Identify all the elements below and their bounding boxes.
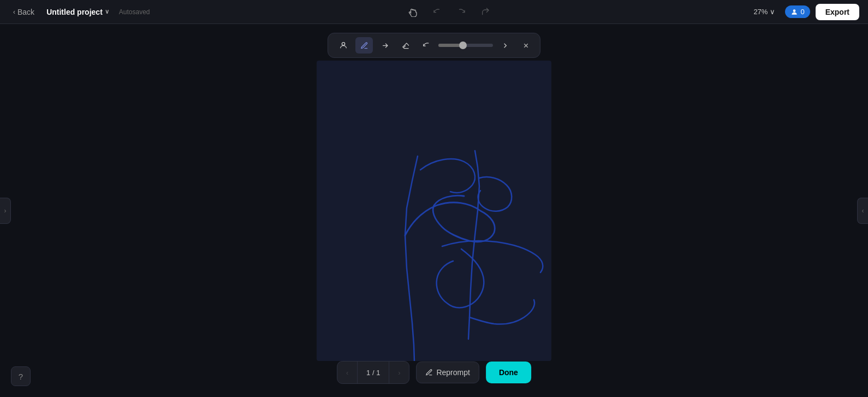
topbar: ‹ Back Untitled project ∨ Autosaved <box>0 0 868 24</box>
back-label: Back <box>17 8 34 16</box>
page-navigation: ‹ 1 / 1 › <box>337 361 409 384</box>
users-icon <box>790 8 798 16</box>
add-signer-button[interactable] <box>335 37 352 54</box>
title-dropdown-icon: ∨ <box>105 8 109 15</box>
page-indicator: 1 / 1 <box>357 362 389 383</box>
export-button[interactable]: Export <box>816 4 859 20</box>
project-title-text: Untitled project <box>46 8 103 16</box>
reprompt-label: Reprompt <box>436 368 469 377</box>
prev-page-icon: ‹ <box>346 369 348 377</box>
signature-svg <box>317 61 551 361</box>
document-canvas[interactable] <box>317 61 551 361</box>
topbar-right: 27% ∨ 0 Export <box>749 4 859 20</box>
zoom-value: 27% <box>753 8 768 16</box>
right-chevron-icon: ‹ <box>862 207 864 215</box>
users-count: 0 <box>800 8 804 16</box>
annotate-undo-button[interactable] <box>418 37 435 54</box>
close-toolbar-button[interactable] <box>518 38 533 53</box>
pan-icon <box>408 7 418 17</box>
done-button[interactable]: Done <box>486 362 531 383</box>
reprompt-button[interactable]: Reprompt <box>416 362 479 383</box>
stroke-slider-fill <box>438 44 460 47</box>
reprompt-icon <box>425 369 433 376</box>
stroke-width-slider-container <box>438 44 493 47</box>
stroke-width-slider[interactable] <box>438 44 493 47</box>
color-arrow-icon <box>501 42 509 50</box>
redo2-icon <box>481 8 490 16</box>
redo-icon <box>457 8 466 16</box>
annotation-toolbar <box>328 33 540 58</box>
prev-page-button[interactable]: ‹ <box>337 362 357 383</box>
bottom-bar: ‹ 1 / 1 › Reprompt Done <box>337 361 531 384</box>
stroke-color-button[interactable] <box>496 37 514 54</box>
stroke-slider-thumb <box>459 42 467 49</box>
next-page-icon: › <box>398 369 400 377</box>
person-icon <box>339 41 348 50</box>
canvas-area: › <box>0 24 868 397</box>
redo2-button[interactable] <box>477 3 494 21</box>
help-icon: ? <box>19 372 23 381</box>
svg-point-0 <box>793 9 796 12</box>
topbar-left: ‹ Back Untitled project ∨ Autosaved <box>9 5 150 19</box>
help-button[interactable]: ? <box>11 366 31 386</box>
eraser-icon <box>402 42 410 50</box>
zoom-selector[interactable]: 27% ∨ <box>749 5 780 18</box>
close-icon <box>522 42 530 49</box>
back-button[interactable]: ‹ Back <box>9 5 39 19</box>
redo-button[interactable] <box>453 3 470 21</box>
right-panel-toggle[interactable]: ‹ <box>857 198 868 224</box>
eraser-tool-button[interactable] <box>397 37 414 54</box>
arrow-icon <box>381 42 389 50</box>
left-panel-toggle[interactable]: › <box>0 198 11 224</box>
project-title-button[interactable]: Untitled project ∨ <box>43 5 112 19</box>
undo-icon <box>433 8 442 16</box>
arrow-tool-button[interactable] <box>376 37 394 54</box>
pen-tool-button[interactable] <box>355 37 373 54</box>
undo-small-icon <box>423 42 431 50</box>
topbar-center <box>150 3 750 21</box>
left-chevron-icon: › <box>4 207 7 215</box>
zoom-dropdown-icon: ∨ <box>770 8 775 16</box>
back-chevron-icon: ‹ <box>13 8 15 16</box>
undo-button[interactable] <box>429 3 446 21</box>
users-badge[interactable]: 0 <box>785 5 810 18</box>
autosaved-status: Autosaved <box>119 8 150 16</box>
svg-point-1 <box>342 43 344 45</box>
pan-tool-button[interactable] <box>405 3 422 21</box>
next-page-button[interactable]: › <box>389 362 409 383</box>
pen-icon <box>360 42 368 50</box>
